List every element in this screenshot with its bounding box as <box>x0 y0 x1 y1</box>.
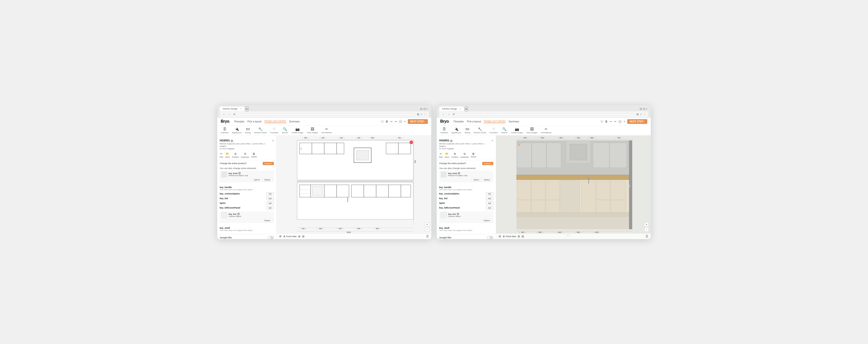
nav-design-right[interactable]: Design your kitchen <box>484 120 506 123</box>
add-tipon-btn-left[interactable]: Add <box>267 202 274 205</box>
nav-close-left[interactable]: × <box>404 120 406 123</box>
nav-share-left[interactable]: ⬡ <box>381 120 383 123</box>
box-info-icon-left[interactable]: i <box>237 213 240 215</box>
toolbar-annotations-left[interactable]: ✏ Annotations <box>321 127 332 134</box>
toolbar-appliances-right[interactable]: 🔌 Appliances <box>452 127 461 134</box>
nav-picklayout-right[interactable]: Pick a layout <box>467 120 481 123</box>
add-led-btn-left[interactable]: Add <box>267 197 274 200</box>
front-info-icon-left[interactable]: i <box>238 172 241 174</box>
canvas-settings-right[interactable]: ⚙ <box>498 235 501 238</box>
canvas-grid-left[interactable]: ⊞ <box>302 235 305 238</box>
nav-undo-right[interactable]: ↩ <box>610 120 612 123</box>
box-info-icon-right[interactable]: i <box>457 213 459 215</box>
panel-open-left[interactable]: 📂 Open <box>225 152 230 158</box>
front-view-btn-left[interactable]: 🖥 Front view <box>283 235 297 238</box>
next-step-btn-right[interactable]: NEXT STEP › <box>627 119 648 124</box>
straight-filler-toggle-left[interactable] <box>268 236 274 239</box>
bookmark-icon-left[interactable]: ☆ <box>420 113 423 116</box>
replace-product-btn-left[interactable]: Replace <box>263 162 274 165</box>
nav-floorplan-right[interactable]: Floorplan <box>454 120 464 123</box>
nav-back-left[interactable]: ← <box>222 112 226 116</box>
nav-redo-left[interactable]: ↪ <box>395 120 397 123</box>
toolbar-search-left[interactable]: 🔍 Search <box>282 127 288 134</box>
panel-edit-right[interactable]: ✏ Edit <box>439 152 443 158</box>
toolbar-favorites-left[interactable]: ♡ Favorites <box>270 127 278 134</box>
zoom-out-left[interactable]: − <box>425 227 429 232</box>
toolbar-annotations-right[interactable]: ✏ Annotations <box>541 127 551 134</box>
toolbar-cabinets-right[interactable]: 🗄 Cabinets <box>440 127 448 134</box>
toolbar-cabinets-left[interactable]: 🗄 Cabinets <box>221 127 228 134</box>
nav-design-left[interactable]: Design your kitchen <box>265 120 286 123</box>
panel-delete-right[interactable]: 🗑 Delete <box>471 152 476 158</box>
nav-forward-left[interactable]: → <box>227 112 231 116</box>
add-leftcover-btn-left[interactable]: Add <box>267 206 274 209</box>
nav-floorplan-left[interactable]: Floorplan <box>234 120 244 123</box>
toolbar-create-image-right[interactable]: 📷 Create image <box>511 127 523 134</box>
panel-position-left[interactable]: ⊕ Position <box>232 152 239 158</box>
url-bar-right[interactable] <box>457 113 635 115</box>
options-btn-front-right[interactable]: Options <box>471 178 481 181</box>
nav-save-right[interactable]: ⬜ <box>618 120 622 123</box>
add-cornice-btn-right[interactable]: Add <box>486 192 493 196</box>
replace-product-btn-right[interactable]: Replace <box>482 162 493 165</box>
nav-delete-right[interactable]: 🗑 <box>605 120 608 123</box>
tab-grid-icon-right[interactable]: ⊞ <box>637 113 639 116</box>
more-icon-right[interactable]: ⋮ <box>643 113 646 116</box>
add-tipon-btn-right[interactable]: Add <box>486 202 493 205</box>
panel-delete-left[interactable]: 🗑 Delete <box>251 152 257 158</box>
toolbar-kitchen-extras-left[interactable]: 🔧 Kitchen extras <box>254 127 267 134</box>
panel-duplicate-left[interactable]: ⧉ Duplicate <box>241 152 249 158</box>
canvas-menu-left[interactable]: ☰ <box>426 235 429 238</box>
canvas-3d-right[interactable]: ⊕ <box>518 235 520 238</box>
nav-picklayout-left[interactable]: Pick a layout <box>247 120 261 123</box>
tab-plus-right[interactable]: + <box>465 107 468 111</box>
url-bar-left[interactable] <box>237 113 415 115</box>
toolbar-dining-left[interactable]: 🍽 Dining <box>245 127 251 134</box>
right-canvas-right[interactable]: ← 600 → ← 600 → ← 600 → ← 269 → ← 888 → … <box>496 135 651 239</box>
toolbar-view-images-left[interactable]: 🖼 View images <box>307 127 318 134</box>
canvas-settings-left[interactable]: ⚙ <box>279 235 282 238</box>
toolbar-search-right[interactable]: 🔍 Search <box>501 127 507 134</box>
tab-grid-icon-left[interactable]: ⊞ <box>417 113 419 116</box>
toolbar-dining-right[interactable]: 🍽 Dining <box>465 127 470 134</box>
nav-refresh-right[interactable]: ↺ <box>452 112 455 116</box>
product-info-icon-left[interactable]: i <box>230 140 233 142</box>
panel-position-right[interactable]: ⊕ Position <box>451 152 458 158</box>
replace-btn-front-left[interactable]: Replace <box>262 178 272 181</box>
toolbar-view-images-right[interactable]: 🖼 View images <box>526 127 537 134</box>
zoom-out-right[interactable]: − <box>644 227 649 232</box>
straight-filler-toggle-right[interactable] <box>487 236 493 239</box>
canvas-menu-right[interactable]: ☰ <box>646 235 648 238</box>
browser-tab-left[interactable]: Kitchen Design × <box>220 107 244 111</box>
toolbar-create-image-left[interactable]: 📷 Create image <box>291 127 303 134</box>
nav-back-right[interactable]: ← <box>442 112 445 116</box>
tab-close-left[interactable]: × <box>240 108 242 110</box>
next-step-btn-left[interactable]: NEXT STEP › <box>408 119 428 124</box>
tab-close-right[interactable]: × <box>460 108 461 110</box>
nav-refresh-left[interactable]: ↺ <box>232 112 236 116</box>
options-btn-front-left[interactable]: Options <box>252 178 261 181</box>
zoom-in-right[interactable]: + <box>644 222 649 227</box>
panel-duplicate-right[interactable]: ⧉ Duplicate <box>460 152 469 158</box>
browser-tab-right[interactable]: Kitchen Design × <box>439 107 464 111</box>
front-view-btn-right[interactable]: 🖥 Front view <box>503 235 516 238</box>
toolbar-kitchen-extras-right[interactable]: 🔧 Kitchen extras <box>473 127 486 134</box>
bookmark-icon-right[interactable]: ☆ <box>640 113 642 116</box>
tab-plus-left[interactable]: + <box>245 107 248 111</box>
nav-share-right[interactable]: ⬡ <box>600 120 603 123</box>
panel-edit-left[interactable]: ✏ Edit <box>220 152 223 158</box>
toolbar-favorites-right[interactable]: ♡ Favorites <box>490 127 498 134</box>
nav-redo-right[interactable]: ↪ <box>614 120 616 123</box>
panel-close-left[interactable]: × <box>272 139 274 142</box>
replace-btn-box-left[interactable]: Replace <box>262 219 272 222</box>
add-leftcover-btn-right[interactable]: Add <box>486 206 493 209</box>
nav-undo-left[interactable]: ↩ <box>390 120 393 123</box>
nav-save-left[interactable]: ⬜ <box>399 120 402 123</box>
canvas-3d-left[interactable]: ⊕ <box>298 235 301 238</box>
right-canvas-left[interactable]: ← 600 → ← 600 → ← 600 → ← 269 → ← 888 → … <box>277 135 431 239</box>
front-info-icon-right[interactable]: i <box>458 172 460 174</box>
replace-btn-box-right[interactable]: Replace <box>482 219 492 222</box>
panel-close-right[interactable]: × <box>492 139 493 142</box>
nav-summary-right[interactable]: Summary <box>509 120 519 123</box>
nav-forward-right[interactable]: → <box>447 112 451 116</box>
